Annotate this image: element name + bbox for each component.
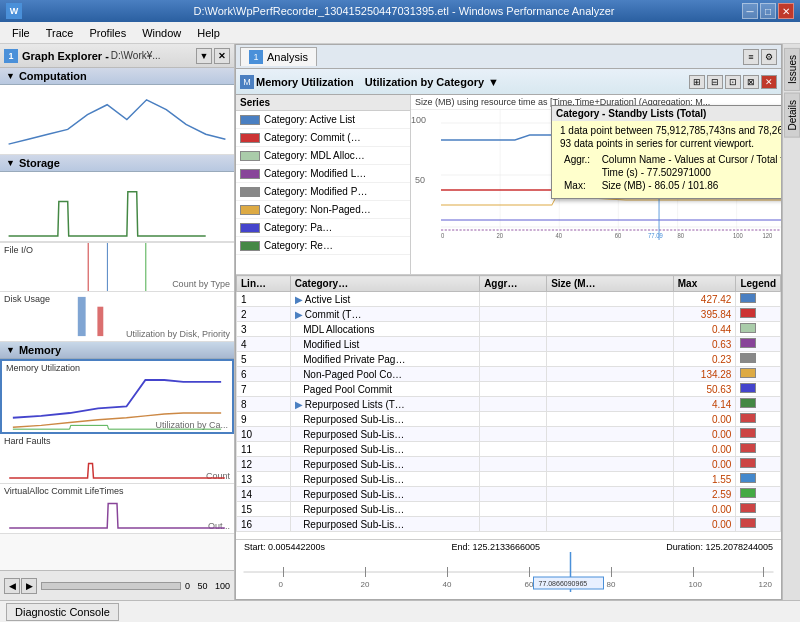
- hardfaults-graph[interactable]: Hard Faults Count: [0, 434, 234, 484]
- issues-tab[interactable]: Issues: [784, 48, 800, 91]
- series-item[interactable]: Category: Pa…: [236, 219, 410, 237]
- table-row[interactable]: 6 Non-Paged Pool Co… 134.28: [237, 367, 781, 382]
- menu-file[interactable]: File: [4, 25, 38, 41]
- cell-legend: [736, 337, 781, 352]
- analysis-menu-btn[interactable]: ≡: [743, 49, 759, 65]
- table-row[interactable]: 3 MDL Allocations 0.44: [237, 322, 781, 337]
- close-button[interactable]: ✕: [778, 3, 794, 19]
- cell-max: 0.00: [673, 427, 736, 442]
- series-item[interactable]: Category: Non-Paged…: [236, 201, 410, 219]
- table-row[interactable]: 1 ▶Active List 427.42: [237, 292, 781, 307]
- panel-title-text: Memory Utilization: [256, 76, 354, 88]
- table-row[interactable]: 16 Repurposed Sub-Lis… 0.00: [237, 517, 781, 532]
- series-item[interactable]: Category: Re…: [236, 237, 410, 255]
- computation-label: Computation: [19, 70, 87, 82]
- series-item[interactable]: Category: Commit (…: [236, 129, 410, 147]
- chart-main[interactable]: Size (MB) using resource time as [Time,T…: [411, 95, 781, 274]
- hardfaults-label: Hard Faults: [4, 436, 51, 446]
- section-memory[interactable]: ▼ Memory: [0, 342, 234, 359]
- table-row[interactable]: 7 Paged Pool Commit 50.63: [237, 382, 781, 397]
- cell-legend: [736, 322, 781, 337]
- panel-close-btn[interactable]: ✕: [761, 75, 777, 89]
- table-row[interactable]: 9 Repurposed Sub-Lis… 0.00: [237, 412, 781, 427]
- series-header: Series: [236, 95, 410, 111]
- table-row[interactable]: 8 ▶Repurposed Lists (T… 4.14: [237, 397, 781, 412]
- section-storage[interactable]: ▼ Storage: [0, 155, 234, 172]
- virtualalloc-graph[interactable]: VirtualAlloc Commit LifeTimes Out...: [0, 484, 234, 534]
- fileio-graph[interactable]: File I/O Count by Type: [0, 242, 234, 292]
- th-max[interactable]: Max: [673, 276, 736, 292]
- series-item[interactable]: Category: MDL Alloc…: [236, 147, 410, 165]
- th-line[interactable]: Lin…: [237, 276, 291, 292]
- table-row[interactable]: 11 Repurposed Sub-Lis… 0.00: [237, 442, 781, 457]
- computation-graph[interactable]: [0, 85, 234, 155]
- th-aggr[interactable]: Aggr…: [480, 276, 547, 292]
- menu-trace[interactable]: Trace: [38, 25, 82, 41]
- graph-explorer-icon: 1: [4, 49, 18, 63]
- table-row[interactable]: 13 Repurposed Sub-Lis… 1.55: [237, 472, 781, 487]
- section-computation[interactable]: ▼ Computation: [0, 68, 234, 85]
- nav-left-btn[interactable]: ◀: [4, 578, 20, 594]
- storage-graph[interactable]: [0, 172, 234, 242]
- series-item[interactable]: Category: Modified L…: [236, 165, 410, 183]
- menu-help[interactable]: Help: [189, 25, 228, 41]
- panel-btn1[interactable]: ⊞: [689, 75, 705, 89]
- panel-btn3[interactable]: ⊡: [725, 75, 741, 89]
- panel-btn2[interactable]: ⊟: [707, 75, 723, 89]
- analysis-tab-bar: 1 Analysis ≡ ⚙: [235, 44, 782, 68]
- y-label-100: 100: [411, 115, 426, 125]
- cell-aggr: [480, 382, 547, 397]
- cell-legend: [736, 517, 781, 532]
- memutil-mini-graph[interactable]: Memory Utilization Utilization by Ca...: [0, 359, 234, 434]
- ge-dropdown-btn[interactable]: ▼: [196, 48, 212, 64]
- maximize-button[interactable]: □: [760, 3, 776, 19]
- table-row[interactable]: 15 Repurposed Sub-Lis… 0.00: [237, 502, 781, 517]
- diskusage-graph[interactable]: Disk Usage Utilization by Disk, Priority: [0, 292, 234, 342]
- analysis-panel-header: M Memory Utilization Utilization by Cate…: [236, 69, 781, 95]
- series-item[interactable]: Category: Modified P…: [236, 183, 410, 201]
- series-item[interactable]: Category: Active List: [236, 111, 410, 129]
- th-size[interactable]: Size (M…: [547, 276, 674, 292]
- details-tab[interactable]: Details: [784, 93, 800, 138]
- nav-right-btn[interactable]: ▶: [21, 578, 37, 594]
- menu-profiles[interactable]: Profiles: [81, 25, 134, 41]
- memory-panel-icon: M: [240, 75, 254, 89]
- table-row[interactable]: 5 Modified Private Pag… 0.23: [237, 352, 781, 367]
- ge-close-btn[interactable]: ✕: [214, 48, 230, 64]
- cell-legend: [736, 292, 781, 307]
- analysis-options-btn[interactable]: ⚙: [761, 49, 777, 65]
- computation-arrow: ▼: [6, 71, 15, 81]
- table-row[interactable]: 10 Repurposed Sub-Lis… 0.00: [237, 427, 781, 442]
- cell-num: 7: [237, 382, 291, 397]
- tooltip-max-value: Size (MB) - 86.05 / 101.86: [598, 179, 781, 192]
- title-bar: W D:\Work\WpPerfRecorder_130415250447031…: [0, 0, 800, 22]
- graph-explorer-label: Graph Explorer -: [22, 50, 109, 62]
- svg-text:77.09: 77.09: [648, 231, 663, 239]
- cell-category: ▶Repurposed Lists (T…: [290, 397, 479, 412]
- cell-size: [547, 427, 674, 442]
- series-label: Category: Re…: [264, 240, 333, 251]
- svg-text:40: 40: [556, 231, 563, 239]
- cell-category: Repurposed Sub-Lis…: [290, 427, 479, 442]
- th-category[interactable]: Category…: [290, 276, 479, 292]
- svg-text:100: 100: [689, 580, 703, 589]
- table-row[interactable]: 2 ▶Commit (T… 395.84: [237, 307, 781, 322]
- th-legend[interactable]: Legend: [736, 276, 781, 292]
- cell-aggr: [480, 367, 547, 382]
- menu-window[interactable]: Window: [134, 25, 189, 41]
- cell-num: 16: [237, 517, 291, 532]
- table-row[interactable]: 14 Repurposed Sub-Lis… 2.59: [237, 487, 781, 502]
- left-scroll[interactable]: ▼ Computation ▼ Storage File I/O: [0, 68, 234, 570]
- analysis-tab[interactable]: 1 Analysis: [240, 47, 317, 66]
- cell-num: 14: [237, 487, 291, 502]
- cell-category: Modified Private Pag…: [290, 352, 479, 367]
- minimize-button[interactable]: ─: [742, 3, 758, 19]
- panel-title[interactable]: Memory Utilization Utilization by Catego…: [256, 76, 499, 88]
- table-scroll[interactable]: Lin… Category… Aggr… Size (M… Max Legend…: [236, 275, 781, 539]
- tooltip-aggr-label: Aggr.:: [560, 153, 598, 166]
- panel-btn4[interactable]: ⊠: [743, 75, 759, 89]
- table-row[interactable]: 12 Repurposed Sub-Lis… 0.00: [237, 457, 781, 472]
- diagnostic-console-btn[interactable]: Diagnostic Console: [6, 603, 119, 621]
- series-color: [240, 187, 260, 197]
- table-row[interactable]: 4 Modified List 0.63: [237, 337, 781, 352]
